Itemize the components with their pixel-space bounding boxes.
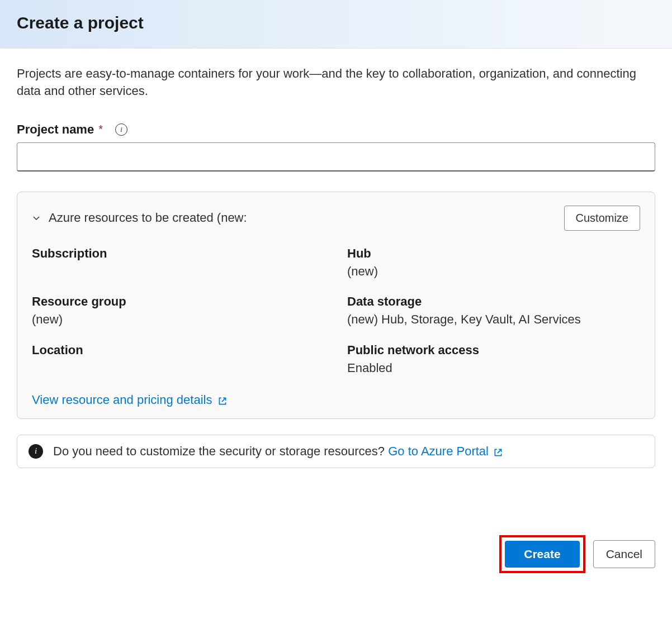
- highlight-annotation: Create: [499, 535, 585, 573]
- info-banner: i Do you need to customize the security …: [17, 435, 655, 468]
- resource-value: (new): [32, 311, 325, 328]
- resource-hub: Hub (new): [347, 246, 640, 280]
- dialog-footer: Create Cancel: [0, 535, 672, 590]
- pricing-link[interactable]: View resource and pricing details: [32, 393, 228, 407]
- pricing-link-text: View resource and pricing details: [32, 393, 212, 407]
- resources-title: Azure resources to be created (new:: [49, 211, 247, 225]
- project-name-label: Project name: [17, 122, 94, 137]
- resource-location: Location: [32, 343, 325, 377]
- resource-value: (new): [347, 263, 640, 280]
- external-link-icon: [217, 395, 228, 405]
- resource-network: Public network access Enabled: [347, 343, 640, 377]
- resources-toggle[interactable]: Azure resources to be created (new:: [32, 211, 247, 225]
- resource-label: Location: [32, 343, 325, 358]
- resource-value: (new) Hub, Storage, Key Vault, AI Servic…: [347, 311, 640, 328]
- azure-portal-link[interactable]: Go to Azure Portal: [388, 444, 503, 459]
- resource-data-storage: Data storage (new) Hub, Storage, Key Vau…: [347, 294, 640, 328]
- info-badge-icon: i: [29, 444, 43, 459]
- resource-label: Subscription: [32, 246, 325, 261]
- resource-group: Resource group (new): [32, 294, 325, 328]
- project-name-label-row: Project name * i: [17, 122, 655, 137]
- cancel-button[interactable]: Cancel: [593, 540, 655, 568]
- customize-button[interactable]: Customize: [564, 206, 640, 231]
- banner-text: Do you need to customize the security or…: [53, 444, 503, 459]
- dialog-content: Projects are easy-to-manage containers f…: [0, 49, 672, 468]
- dialog-header: Create a project: [0, 0, 672, 49]
- banner-link-text: Go to Azure Portal: [388, 444, 489, 459]
- resource-label: Public network access: [347, 343, 640, 358]
- info-icon[interactable]: i: [115, 123, 127, 136]
- resource-label: Hub: [347, 246, 640, 261]
- resource-subscription: Subscription: [32, 246, 325, 280]
- banner-message: Do you need to customize the security or…: [53, 444, 388, 458]
- resources-grid: Subscription Hub (new) Resource group (n…: [32, 246, 640, 377]
- external-link-icon: [493, 446, 503, 456]
- resources-header: Azure resources to be created (new: Cust…: [32, 206, 640, 231]
- intro-text: Projects are easy-to-manage containers f…: [17, 65, 655, 100]
- resources-panel: Azure resources to be created (new: Cust…: [17, 192, 655, 419]
- resource-value: Enabled: [347, 360, 640, 377]
- resource-label: Data storage: [347, 294, 640, 309]
- chevron-down-icon: [32, 213, 41, 222]
- project-name-input[interactable]: [17, 142, 655, 172]
- dialog-title: Create a project: [17, 13, 655, 32]
- resource-label: Resource group: [32, 294, 325, 309]
- required-asterisk: *: [98, 123, 103, 136]
- create-button[interactable]: Create: [505, 541, 579, 568]
